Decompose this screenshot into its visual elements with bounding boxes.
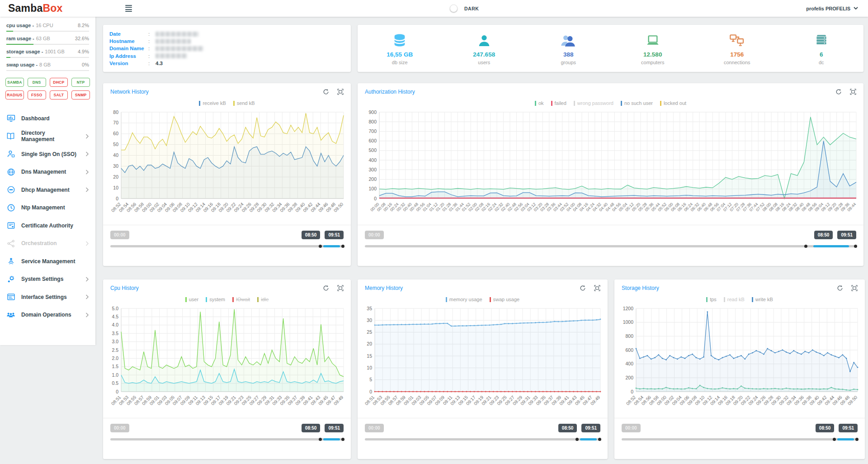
authorization-chart: 010020030040050060070080090000:0000:0800…: [359, 109, 862, 221]
stat-value: 16,55 GB: [358, 51, 442, 58]
sidebar-item-dashboard[interactable]: Dashboard: [0, 109, 95, 128]
legend-color-bar: [199, 101, 200, 106]
stat-value: 12.580: [611, 51, 695, 58]
expand-icon[interactable]: [337, 89, 344, 95]
slider-handle-left[interactable]: [833, 438, 836, 441]
slider-track[interactable]: [365, 438, 600, 440]
sidebar-item-service-management[interactable]: Service Management: [0, 252, 95, 270]
info-colon: :: [148, 38, 156, 45]
expand-icon[interactable]: [850, 89, 856, 95]
slider-handle-left[interactable]: [319, 245, 322, 248]
user-icon: [442, 32, 527, 48]
info-row-ip-address: Ip Address:: [109, 52, 344, 60]
range-start-badge: 00:00: [110, 424, 129, 432]
range-start-badge: 00:00: [365, 231, 384, 239]
theme-toggle[interactable]: DARK: [450, 5, 479, 12]
expand-icon[interactable]: [337, 285, 344, 291]
info-label: Date: [109, 30, 148, 38]
sidebar-item-label: Single Sign On (SSO): [21, 151, 76, 157]
sidebar-item-dhcp-management[interactable]: Dhcp Management: [0, 181, 95, 199]
legend-label: receive kB: [203, 100, 226, 106]
info-row-date: Date:: [109, 30, 344, 38]
slider-handle-right[interactable]: [598, 438, 601, 441]
dhcp-circle-icon: [6, 185, 15, 194]
slider-handle-left[interactable]: [804, 245, 807, 248]
sidebar-item-label: Ntp Management: [21, 204, 65, 211]
stat-db-size: 16,55 GBdb size: [358, 32, 442, 65]
svg-text:600: 600: [625, 347, 633, 353]
summary-stats-card: 16,55 GBdb size247.658users388groups12.5…: [358, 25, 863, 72]
svg-text:900: 900: [368, 109, 377, 115]
logo-text-box: Box: [42, 2, 62, 14]
svg-text:3.0: 3.0: [112, 339, 118, 344]
legend-item-send-kb[interactable]: send kB: [233, 100, 255, 106]
slider-selected-range[interactable]: [837, 438, 854, 440]
legend-item-locked-out[interactable]: locked out: [660, 100, 686, 106]
svg-text:400: 400: [368, 157, 377, 163]
legend-item-ok[interactable]: ok: [535, 100, 544, 106]
legend-color-bar: [621, 101, 622, 106]
user-menu[interactable]: profelis PROFELIS: [806, 6, 858, 11]
sidebar-item-certificate-authority[interactable]: Certificate Authority: [0, 217, 95, 235]
legend-item-wrong-password[interactable]: wrong password: [574, 100, 613, 106]
slider-handle-right[interactable]: [341, 438, 344, 441]
refresh-icon[interactable]: [323, 285, 329, 291]
stat-label: groups: [526, 60, 611, 65]
refresh-icon[interactable]: [580, 285, 586, 291]
stat-label: connections: [695, 60, 779, 65]
slider-track[interactable]: [110, 438, 344, 440]
legend-item-read-kb[interactable]: read kB: [724, 297, 745, 302]
slider-track[interactable]: [110, 245, 344, 247]
legend-label: write kB: [755, 297, 773, 302]
stat-groups: 388groups: [526, 32, 611, 65]
legend-item-memory-usage[interactable]: memory usage: [446, 297, 482, 302]
legend-item-iowait[interactable]: IOwait: [232, 297, 250, 302]
slider-selected-range[interactable]: [323, 438, 340, 440]
sidebar-item-dns-management[interactable]: Dns Management: [0, 163, 95, 181]
stat-connections: 1756connections: [695, 32, 779, 65]
legend-label: ok: [538, 100, 544, 106]
network-chart: 0102030405060708008:5208:5408:5608:5809:…: [105, 109, 349, 221]
sidebar-item-interface-settings[interactable]: Interface Settings: [0, 288, 95, 306]
svg-text:200: 200: [368, 176, 377, 182]
slider-track[interactable]: [365, 245, 856, 247]
expand-icon[interactable]: [851, 285, 858, 291]
legend-item-idle[interactable]: idle: [257, 297, 269, 302]
usage-percent: 4.9%: [78, 49, 89, 54]
legend-item-user[interactable]: user: [185, 297, 198, 302]
theme-toggle-knob-icon[interactable]: [450, 5, 458, 12]
slider-selected-range[interactable]: [813, 245, 849, 247]
legend-item-failed[interactable]: failed: [551, 100, 566, 106]
refresh-icon[interactable]: [835, 89, 842, 95]
app-logo[interactable]: SambaBox: [0, 2, 104, 14]
refresh-icon[interactable]: [323, 89, 329, 95]
stat-value: 247.658: [442, 51, 527, 58]
slider-handle-left[interactable]: [576, 438, 579, 441]
usage-row-ram: ram usage - 63 GB32.6%: [6, 32, 89, 45]
legend-item-receive-kb[interactable]: receive kB: [199, 100, 226, 106]
sidebar-item-directory-management[interactable]: Directory Management: [0, 128, 95, 146]
expand-icon[interactable]: [594, 285, 600, 291]
stat-value: 6: [779, 51, 864, 58]
sidebar-item-domain-operations[interactable]: Domain Operations: [0, 306, 95, 324]
slider-handle-left[interactable]: [319, 438, 322, 441]
slider-selected-range[interactable]: [580, 438, 597, 440]
legend-item-write-kb[interactable]: write kB: [752, 297, 773, 302]
legend-item-swap-usage[interactable]: swap usage: [490, 297, 520, 302]
chevron-down-icon: [854, 7, 858, 10]
laptop-icon: [611, 32, 695, 48]
sidebar-item-ntp-management[interactable]: Ntp Management: [0, 199, 95, 217]
slider-track[interactable]: [622, 438, 858, 440]
slider-handle-right[interactable]: [341, 245, 344, 248]
sidebar-item-system-settings[interactable]: System Settings: [0, 270, 95, 289]
refresh-icon[interactable]: [837, 285, 843, 291]
slider-selected-range[interactable]: [323, 245, 340, 247]
legend-item-system[interactable]: system: [206, 297, 225, 302]
legend-item-tps[interactable]: tps: [706, 297, 717, 302]
sidebar-item-single-sign-on[interactable]: Single Sign On (SSO): [0, 145, 95, 163]
redacted-value: [156, 46, 203, 51]
legend-item-no-such-user[interactable]: no such user: [621, 100, 653, 106]
menu-toggle-icon[interactable]: [123, 3, 134, 14]
slider-handle-right[interactable]: [855, 438, 859, 441]
slider-handle-right[interactable]: [854, 245, 857, 248]
